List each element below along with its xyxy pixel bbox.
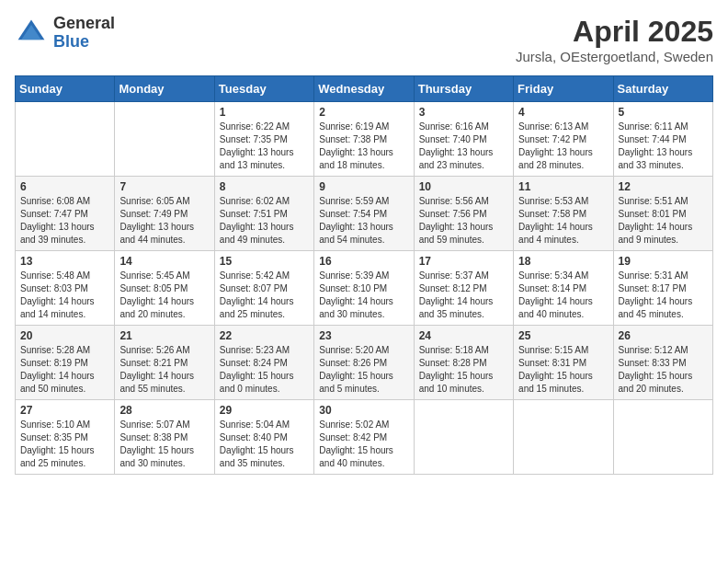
calendar-week-5: 27Sunrise: 5:10 AM Sunset: 8:35 PM Dayli…: [16, 400, 713, 475]
calendar-cell: 23Sunrise: 5:20 AM Sunset: 8:26 PM Dayli…: [314, 326, 414, 400]
calendar-cell: 15Sunrise: 5:42 AM Sunset: 8:07 PM Dayli…: [214, 251, 313, 326]
day-number: 7: [119, 180, 209, 193]
day-info: Sunrise: 5:04 AM Sunset: 8:40 PM Dayligh…: [220, 419, 309, 470]
day-number: 12: [619, 180, 708, 193]
day-info: Sunrise: 5:10 AM Sunset: 8:35 PM Dayligh…: [20, 419, 109, 470]
logo-text: General Blue: [53, 15, 115, 52]
day-info: Sunrise: 5:59 AM Sunset: 7:54 PM Dayligh…: [319, 195, 408, 247]
calendar: SundayMondayTuesdayWednesdayThursdayFrid…: [15, 75, 713, 475]
day-info: Sunrise: 5:51 AM Sunset: 8:01 PM Dayligh…: [619, 195, 708, 247]
calendar-cell: 25Sunrise: 5:15 AM Sunset: 8:31 PM Dayli…: [514, 326, 613, 400]
calendar-week-4: 20Sunrise: 5:28 AM Sunset: 8:19 PM Dayli…: [16, 326, 713, 400]
calendar-cell: 21Sunrise: 5:26 AM Sunset: 8:21 PM Dayli…: [115, 326, 214, 400]
day-info: Sunrise: 5:53 AM Sunset: 7:58 PM Dayligh…: [518, 195, 608, 247]
day-number: 21: [119, 329, 209, 342]
day-number: 26: [619, 329, 708, 342]
day-header-friday: Friday: [514, 76, 613, 102]
day-info: Sunrise: 5:28 AM Sunset: 8:19 PM Dayligh…: [20, 344, 109, 396]
day-info: Sunrise: 5:48 AM Sunset: 8:03 PM Dayligh…: [20, 270, 109, 321]
calendar-cell: 20Sunrise: 5:28 AM Sunset: 8:19 PM Dayli…: [16, 326, 115, 400]
day-info: Sunrise: 5:12 AM Sunset: 8:33 PM Dayligh…: [619, 344, 708, 396]
day-number: 5: [619, 106, 708, 119]
day-info: Sunrise: 6:08 AM Sunset: 7:47 PM Dayligh…: [20, 195, 109, 247]
day-number: 11: [518, 180, 608, 193]
calendar-week-1: 1Sunrise: 6:22 AM Sunset: 7:35 PM Daylig…: [16, 102, 713, 177]
calendar-cell: [613, 400, 712, 475]
day-info: Sunrise: 6:05 AM Sunset: 7:49 PM Dayligh…: [119, 195, 209, 247]
title-section: April 2025 Jursla, OEstergoetland, Swede…: [516, 15, 713, 64]
calendar-cell: 18Sunrise: 5:34 AM Sunset: 8:14 PM Dayli…: [514, 251, 613, 326]
calendar-cell: 10Sunrise: 5:56 AM Sunset: 7:56 PM Dayli…: [414, 177, 513, 251]
calendar-cell: 13Sunrise: 5:48 AM Sunset: 8:03 PM Dayli…: [16, 251, 115, 326]
day-number: 6: [20, 180, 109, 193]
day-number: 18: [518, 255, 608, 268]
day-number: 9: [319, 180, 408, 193]
day-number: 25: [518, 329, 608, 342]
calendar-cell: 17Sunrise: 5:37 AM Sunset: 8:12 PM Dayli…: [414, 251, 513, 326]
calendar-cell: 9Sunrise: 5:59 AM Sunset: 7:54 PM Daylig…: [314, 177, 414, 251]
day-header-thursday: Thursday: [414, 76, 513, 102]
calendar-cell: 12Sunrise: 5:51 AM Sunset: 8:01 PM Dayli…: [613, 177, 712, 251]
day-number: 23: [319, 329, 408, 342]
calendar-cell: 1Sunrise: 6:22 AM Sunset: 7:35 PM Daylig…: [214, 102, 313, 177]
day-number: 13: [20, 255, 109, 268]
day-number: 1: [220, 106, 309, 119]
calendar-cell: [115, 102, 214, 177]
day-number: 14: [119, 255, 209, 268]
logo-blue: Blue: [53, 33, 115, 52]
day-number: 28: [119, 404, 209, 417]
logo: General Blue: [15, 15, 115, 52]
day-number: 15: [220, 255, 309, 268]
day-info: Sunrise: 5:56 AM Sunset: 7:56 PM Dayligh…: [419, 195, 508, 247]
calendar-cell: 5Sunrise: 6:11 AM Sunset: 7:44 PM Daylig…: [613, 102, 712, 177]
day-info: Sunrise: 6:16 AM Sunset: 7:40 PM Dayligh…: [419, 121, 508, 172]
logo-general: General: [53, 15, 115, 33]
calendar-cell: 26Sunrise: 5:12 AM Sunset: 8:33 PM Dayli…: [613, 326, 712, 400]
day-info: Sunrise: 5:45 AM Sunset: 8:05 PM Dayligh…: [119, 270, 209, 321]
calendar-week-2: 6Sunrise: 6:08 AM Sunset: 7:47 PM Daylig…: [16, 177, 713, 251]
calendar-cell: 16Sunrise: 5:39 AM Sunset: 8:10 PM Dayli…: [314, 251, 414, 326]
day-number: 17: [419, 255, 508, 268]
day-info: Sunrise: 6:13 AM Sunset: 7:42 PM Dayligh…: [518, 121, 608, 172]
calendar-cell: 24Sunrise: 5:18 AM Sunset: 8:28 PM Dayli…: [414, 326, 513, 400]
day-info: Sunrise: 6:11 AM Sunset: 7:44 PM Dayligh…: [619, 121, 708, 172]
day-info: Sunrise: 5:15 AM Sunset: 8:31 PM Dayligh…: [518, 344, 608, 396]
calendar-week-3: 13Sunrise: 5:48 AM Sunset: 8:03 PM Dayli…: [16, 251, 713, 326]
day-number: 2: [319, 106, 408, 119]
day-info: Sunrise: 6:19 AM Sunset: 7:38 PM Dayligh…: [319, 121, 408, 172]
day-number: 27: [20, 404, 109, 417]
day-number: 4: [518, 106, 608, 119]
day-info: Sunrise: 5:07 AM Sunset: 8:38 PM Dayligh…: [119, 419, 209, 470]
calendar-cell: 6Sunrise: 6:08 AM Sunset: 7:47 PM Daylig…: [16, 177, 115, 251]
day-number: 16: [319, 255, 408, 268]
day-info: Sunrise: 5:34 AM Sunset: 8:14 PM Dayligh…: [518, 270, 608, 321]
calendar-cell: 30Sunrise: 5:02 AM Sunset: 8:42 PM Dayli…: [314, 400, 414, 475]
calendar-cell: 2Sunrise: 6:19 AM Sunset: 7:38 PM Daylig…: [314, 102, 414, 177]
day-info: Sunrise: 5:26 AM Sunset: 8:21 PM Dayligh…: [119, 344, 209, 396]
day-number: 3: [419, 106, 508, 119]
calendar-cell: 11Sunrise: 5:53 AM Sunset: 7:58 PM Dayli…: [514, 177, 613, 251]
day-number: 30: [319, 404, 408, 417]
day-number: 19: [619, 255, 708, 268]
day-info: Sunrise: 5:39 AM Sunset: 8:10 PM Dayligh…: [319, 270, 408, 321]
day-number: 20: [20, 329, 109, 342]
day-header-wednesday: Wednesday: [314, 76, 414, 102]
calendar-cell: 19Sunrise: 5:31 AM Sunset: 8:17 PM Dayli…: [613, 251, 712, 326]
calendar-cell: 29Sunrise: 5:04 AM Sunset: 8:40 PM Dayli…: [214, 400, 313, 475]
calendar-cell: 4Sunrise: 6:13 AM Sunset: 7:42 PM Daylig…: [514, 102, 613, 177]
day-info: Sunrise: 5:37 AM Sunset: 8:12 PM Dayligh…: [419, 270, 508, 321]
day-info: Sunrise: 5:18 AM Sunset: 8:28 PM Dayligh…: [419, 344, 508, 396]
calendar-cell: 22Sunrise: 5:23 AM Sunset: 8:24 PM Dayli…: [214, 326, 313, 400]
calendar-cell: [514, 400, 613, 475]
day-info: Sunrise: 5:02 AM Sunset: 8:42 PM Dayligh…: [319, 419, 408, 470]
day-number: 24: [419, 329, 508, 342]
day-number: 29: [220, 404, 309, 417]
calendar-cell: 14Sunrise: 5:45 AM Sunset: 8:05 PM Dayli…: [115, 251, 214, 326]
day-info: Sunrise: 5:31 AM Sunset: 8:17 PM Dayligh…: [619, 270, 708, 321]
day-number: 8: [220, 180, 309, 193]
calendar-cell: 27Sunrise: 5:10 AM Sunset: 8:35 PM Dayli…: [16, 400, 115, 475]
day-number: 10: [419, 180, 508, 193]
calendar-header-row: SundayMondayTuesdayWednesdayThursdayFrid…: [16, 76, 713, 102]
day-info: Sunrise: 5:23 AM Sunset: 8:24 PM Dayligh…: [220, 344, 309, 396]
day-info: Sunrise: 6:02 AM Sunset: 7:51 PM Dayligh…: [220, 195, 309, 247]
